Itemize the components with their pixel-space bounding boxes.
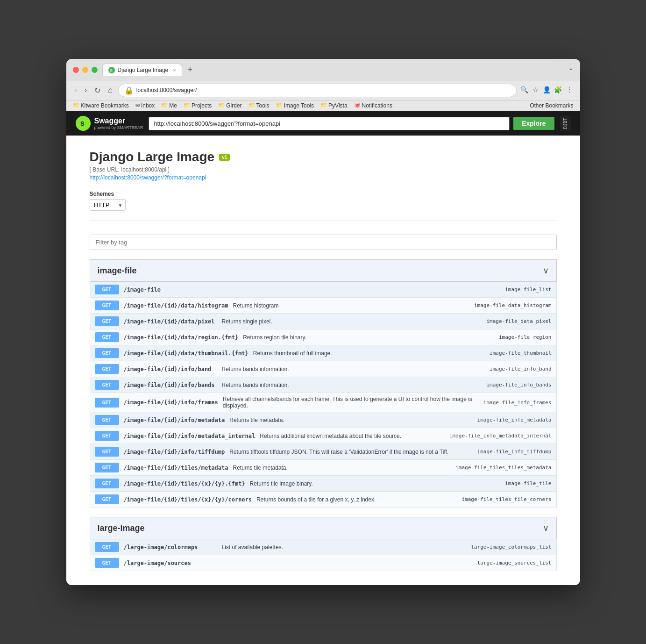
explore-button[interactable]: Explore <box>513 117 554 130</box>
method-badge-image-file_thumbnail: GET <box>95 348 119 358</box>
bookmark-girder[interactable]: 📁 Girder <box>218 102 241 109</box>
endpoint-desc-image-file_info_band: Returns bands information. <box>222 366 485 372</box>
endpoint-row-image-file_info_frames[interactable]: GET /image-file/{id}/info/frames Retriev… <box>90 393 557 412</box>
profile-icon[interactable]: 👤 <box>543 86 551 94</box>
maximize-button[interactable] <box>92 67 98 73</box>
section-title-large-image: large-image <box>98 523 145 533</box>
openapi-link[interactable]: http://localhost:8000/swagger/?format=op… <box>90 174 206 181</box>
method-badge-large-image_colormaps_list: GET <box>95 542 119 552</box>
bookmark-inbox[interactable]: ✉ Inbox <box>135 102 155 109</box>
endpoint-path-image-file_region: /image-file/{id}/data/region.{fmt} <box>124 334 239 341</box>
section-chevron-large-image: ∨ <box>543 523 549 533</box>
bookmark-inbox-label: Inbox <box>141 102 155 109</box>
bookmark-projects[interactable]: 📁 Projects <box>184 102 212 109</box>
endpoint-row-image-file_tiles_tiles_metadata[interactable]: GET /image-file/{id}/tiles/metadata Retu… <box>90 460 557 476</box>
bookmark-projects-icon: 📁 <box>184 102 190 108</box>
method-badge-image-file_data_histogram: GET <box>95 301 119 310</box>
method-badge-image-file_info_metadata_internal: GET <box>95 431 119 441</box>
svg-text:S: S <box>110 68 113 72</box>
section-header-large-image[interactable]: large-image ∨ <box>90 517 557 539</box>
bookmark-kitware[interactable]: 📁 Kitware Bookmarks <box>73 102 129 109</box>
schemes-label: Schemes <box>90 191 557 197</box>
schemes-select[interactable]: HTTP HTTPS <box>90 199 126 211</box>
endpoint-path-image-file_info_tiffdump: /image-file/{id}/info/tiffdump <box>124 449 225 455</box>
endpoint-desc-image-file_tiles_tiles_metadata: Returns tile metadata. <box>233 465 451 471</box>
bookmark-me-label: Me <box>169 102 177 109</box>
endpoint-row-large-image_sources_list[interactable]: GET /large-image/sources large-image_sou… <box>90 555 557 571</box>
bookmark-projects-label: Projects <box>192 102 212 109</box>
endpoint-id-image-file_info_bands: image-file_info_bands <box>486 382 551 388</box>
endpoint-row-image-file_data_histogram[interactable]: GET /image-file/{id}/data/histogram Retu… <box>90 298 557 314</box>
endpoint-path-image-file_info_metadata: /image-file/{id}/info/metadata <box>124 417 225 423</box>
base-url: [ Base URL: localhost:8000/api ] <box>90 166 557 173</box>
bookmark-pyvista-label: PyVista <box>328 102 347 109</box>
endpoint-row-image-file_data_pixel[interactable]: GET /image-file/{id}/data/pixel Returns … <box>90 314 557 329</box>
endpoint-id-image-file_tile: image-file_tile <box>505 480 551 487</box>
endpoint-row-large-image_colormaps_list[interactable]: GET /large-image/colormaps List of avail… <box>90 539 557 555</box>
endpoint-row-image-file_list[interactable]: GET /image-file image-file_list <box>90 282 557 298</box>
bookmark-pyvista-icon: 📁 <box>320 102 327 108</box>
endpoint-row-image-file_info_metadata_internal[interactable]: GET /image-file/{id}/info/metadata_inter… <box>90 428 557 444</box>
back-button[interactable]: ‹ <box>73 85 79 95</box>
minimize-button[interactable] <box>82 67 88 73</box>
endpoint-desc-image-file_tiles_tile_corners: Returns bounds of a tile for a given x, … <box>256 496 457 503</box>
method-badge-large-image_sources_list: GET <box>95 558 119 568</box>
nav-bar: ‹ › ↻ ⌂ 🔒 localhost:8000/swagger/ 🔍 ☆ 👤 … <box>66 81 580 100</box>
endpoint-row-image-file_tiles_tile_corners[interactable]: GET /image-file/{id}/tiles/{x}/{y}/corne… <box>90 492 557 508</box>
tab-close-icon[interactable]: × <box>173 67 176 73</box>
endpoint-desc-image-file_info_metadata_internal: Returns additional known metadata about … <box>260 433 445 439</box>
tab-favicon: S <box>108 67 115 73</box>
new-tab-button[interactable]: + <box>184 64 197 76</box>
endpoint-row-image-file_info_bands[interactable]: GET /image-file/{id}/info/bands Returns … <box>90 377 557 393</box>
lock-icon: 🔒 <box>124 86 134 95</box>
bookmark-icon[interactable]: ☆ <box>532 86 540 94</box>
close-button[interactable] <box>73 67 79 73</box>
endpoint-path-large-image_sources_list: /large-image/sources <box>124 560 217 566</box>
search-icon[interactable]: 🔍 <box>520 86 529 94</box>
bookmark-kitware-label: Kitware Bookmarks <box>81 102 129 109</box>
bookmark-other[interactable]: Other Bookmarks <box>530 102 573 109</box>
endpoint-id-image-file_info_metadata: image-file_info_metadata <box>477 417 552 423</box>
filter-input[interactable] <box>90 235 557 250</box>
extensions-icon[interactable]: 🧩 <box>554 86 562 94</box>
method-badge-image-file_info_metadata: GET <box>95 415 119 425</box>
endpoint-row-image-file_info_band[interactable]: GET /image-file/{id}/info/band Returns b… <box>90 361 557 377</box>
endpoint-path-image-file_tiles_tile_corners: /image-file/{id}/tiles/{x}/{y}/corners <box>124 496 252 503</box>
bookmark-other-label: Other Bookmarks <box>530 102 573 109</box>
tab-chevron-button[interactable]: ⌄ <box>568 64 574 72</box>
swagger-logo-icon: S <box>76 116 91 131</box>
bookmark-image-tools[interactable]: 📁 Image Tools <box>276 102 314 109</box>
endpoint-row-image-file_info_tiffdump[interactable]: GET /image-file/{id}/info/tiffdump Retur… <box>90 444 557 460</box>
endpoint-id-image-file_info_band: image-file_info_band <box>490 366 551 372</box>
bookmark-me[interactable]: 📁 Me <box>161 102 177 109</box>
menu-icon[interactable]: ⋮ <box>565 86 574 94</box>
endpoint-desc-image-file_info_tiffdump: Returns tifftools tiffdump JSON. This wi… <box>229 449 472 455</box>
forward-button[interactable]: › <box>83 85 89 95</box>
endpoint-row-image-file_thumbnail[interactable]: GET /image-file/{id}/data/thumbnail.{fmt… <box>90 345 557 361</box>
schemes-section: Schemes HTTP HTTPS <box>90 191 557 211</box>
swagger-url-input[interactable] <box>149 117 510 130</box>
endpoint-path-image-file_info_frames: /image-file/{id}/info/frames <box>124 399 218 406</box>
endpoint-row-image-file_tile[interactable]: GET /image-file/{id}/tiles/{x}/{y}.{fmt}… <box>90 476 557 492</box>
version-badge: v1 <box>219 154 230 161</box>
refresh-button[interactable]: ↻ <box>92 85 102 96</box>
bookmark-pyvista[interactable]: 📁 PyVista <box>320 102 347 109</box>
section-chevron-image-file: ∨ <box>543 265 549 276</box>
endpoint-row-image-file_info_metadata[interactable]: GET /image-file/{id}/info/metadata Retur… <box>90 412 557 428</box>
endpoint-row-image-file_region[interactable]: GET /image-file/{id}/data/region.{fmt} R… <box>90 329 557 345</box>
endpoint-path-image-file_tiles_tiles_metadata: /image-file/{id}/tiles/metadata <box>124 465 228 471</box>
bookmark-notifications[interactable]: 🐙 Notifications <box>354 102 392 109</box>
address-text[interactable]: localhost:8000/swagger/ <box>136 87 511 93</box>
endpoint-id-image-file_list: image-file_list <box>505 286 551 293</box>
endpoint-desc-large-image_colormaps_list: List of available palettes. <box>222 544 467 551</box>
tab-title: Django Large Image <box>118 67 169 73</box>
active-tab[interactable]: S Django Large Image × <box>102 64 182 76</box>
bookmark-tools[interactable]: 📁 Tools <box>248 102 270 109</box>
section-header-image-file[interactable]: image-file ∨ <box>90 259 557 282</box>
home-button[interactable]: ⌂ <box>106 85 114 95</box>
main-content: Django Large Image v1 [ Base URL: localh… <box>66 136 580 585</box>
method-badge-image-file_tile: GET <box>95 479 119 488</box>
method-badge-image-file_info_frames: GET <box>95 398 119 408</box>
endpoint-desc-image-file_data_histogram: Returns histogram <box>233 302 469 309</box>
bookmark-mail-icon: ✉ <box>135 102 140 108</box>
